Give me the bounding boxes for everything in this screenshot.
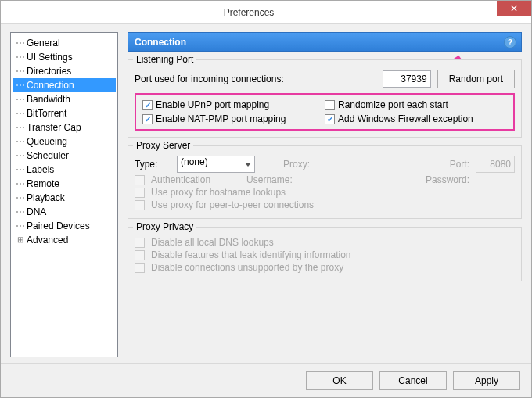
dialog-footer: OK Cancel Apply (1, 363, 531, 397)
tree-item-label: DNA (27, 206, 46, 218)
proxy-type-select[interactable]: (none) (177, 156, 255, 173)
apply-button[interactable]: Apply (453, 371, 520, 390)
dns-label: Disable all local DNS lookups (151, 237, 274, 248)
proxy-p2p-label: Use proxy for peer-to-peer connections (151, 199, 314, 210)
tree-item-label: BitTorrent (27, 107, 66, 120)
help-icon[interactable]: ? (504, 36, 516, 48)
tree-bullet-icon: ⋯ (16, 192, 25, 204)
tree-item-label: Remote (27, 177, 59, 190)
proxy-server-group: Proxy Server Type: (none) Proxy: Port: A… (128, 145, 522, 219)
proxy-type-label: Type: (135, 159, 171, 170)
close-icon: ✕ (510, 3, 518, 14)
listening-port-title: Listening Port (133, 54, 196, 65)
tree-item-directories[interactable]: ⋯Directories (13, 64, 116, 78)
upnp-checkbox-wrap[interactable]: ✔ Enable UPnP port mapping (142, 99, 325, 110)
leak-checkbox (135, 250, 145, 260)
tree-item-label: Directories (27, 65, 71, 77)
tree-item-remote[interactable]: ⋯Remote (13, 177, 116, 191)
proxy-p2p-checkbox (135, 200, 145, 210)
tree-item-bittorrent[interactable]: ⋯BitTorrent (13, 106, 116, 120)
username-label: Username: (246, 174, 293, 185)
randomize-checkbox[interactable] (325, 100, 335, 110)
panel-header: Connection ? (128, 32, 522, 52)
dns-checkbox (135, 238, 145, 248)
tree-item-label: UI Settings (27, 51, 73, 63)
window-title: Preferences (1, 7, 497, 18)
tree-bullet-icon: ⋯ (16, 206, 25, 218)
tree-item-label: Transfer Cap (27, 121, 81, 134)
firewall-checkbox[interactable]: ✔ (325, 114, 335, 124)
tree-item-advanced[interactable]: ⊞Advanced (13, 233, 116, 247)
upnp-label: Enable UPnP port mapping (156, 99, 269, 110)
tree-item-label: Queueing (27, 135, 67, 148)
tree-item-label: Paired Devices (27, 220, 90, 232)
unsupported-checkbox (135, 263, 145, 273)
ok-button[interactable]: OK (306, 371, 373, 390)
tree-item-queueing[interactable]: ⋯Queueing (13, 134, 116, 149)
natpmp-checkbox-wrap[interactable]: ✔ Enable NAT-PMP port mapping (142, 113, 325, 124)
auth-label: Authentication (151, 174, 210, 185)
tree-bullet-icon: ⋯ (16, 121, 25, 134)
firewall-label: Add Windows Firewall exception (338, 113, 473, 124)
tree-item-ui-settings[interactable]: ⋯UI Settings (13, 50, 116, 64)
natpmp-checkbox[interactable]: ✔ (142, 114, 153, 124)
titlebar: Preferences ✕ (1, 1, 531, 24)
tree-bullet-icon: ⋯ (16, 135, 25, 148)
tree-item-label: Labels (27, 163, 54, 176)
leak-label: Disable features that leak identifying i… (151, 249, 350, 260)
highlighted-checkbox-area: ✔ Enable UPnP port mapping Randomize por… (135, 93, 515, 131)
upnp-checkbox[interactable]: ✔ (142, 100, 153, 110)
proxy-hostname-label: Use proxy for hostname lookups (151, 187, 286, 198)
proxy-port-input (476, 156, 515, 173)
port-label: Port used for incoming connections: (135, 74, 284, 84)
tree-bullet-icon: ⋯ (16, 177, 25, 190)
tree-bullet-icon: ⋯ (16, 93, 25, 106)
tree-item-label: Playback (27, 192, 65, 204)
tree-item-bandwidth[interactable]: ⋯Bandwidth (13, 92, 116, 106)
proxy-hostname-checkbox (135, 188, 145, 198)
tree-item-label: Connection (27, 79, 74, 91)
unsupported-label: Disable connections unsupported by the p… (151, 262, 343, 273)
randomize-checkbox-wrap[interactable]: Randomize port each start (325, 99, 507, 110)
proxy-host-label: Proxy: (283, 159, 310, 170)
tree-bullet-icon: ⋯ (16, 220, 25, 232)
tree-item-connection[interactable]: ⋯Connection (13, 78, 116, 92)
tree-bullet-icon: ⋯ (16, 107, 25, 120)
category-tree[interactable]: ⋯General⋯UI Settings⋯Directories⋯Connect… (10, 32, 118, 357)
close-button[interactable]: ✕ (497, 1, 531, 16)
tree-item-playback[interactable]: ⋯Playback (13, 191, 116, 205)
random-port-button[interactable]: Random port (437, 70, 515, 88)
password-label: Password: (426, 174, 469, 185)
proxy-server-title: Proxy Server (133, 140, 193, 151)
tree-item-dna[interactable]: ⋯DNA (13, 205, 116, 219)
natpmp-label: Enable NAT-PMP port mapping (156, 113, 286, 124)
preferences-window: Preferences ✕ ⋯General⋯UI Settings⋯Direc… (0, 0, 532, 398)
auth-checkbox (135, 175, 145, 185)
proxy-privacy-group: Proxy Privacy Disable all local DNS look… (128, 227, 522, 281)
tree-item-transfer-cap[interactable]: ⋯Transfer Cap (13, 120, 116, 134)
firewall-checkbox-wrap[interactable]: ✔ Add Windows Firewall exception (325, 113, 507, 124)
tree-item-paired-devices[interactable]: ⋯Paired Devices (13, 219, 116, 233)
tree-bullet-icon: ⋯ (16, 51, 25, 63)
port-input[interactable] (383, 70, 431, 88)
tree-bullet-icon: ⋯ (16, 149, 25, 162)
panel-title: Connection (135, 37, 186, 48)
expander-icon[interactable]: ⊞ (16, 235, 25, 245)
tree-item-label: Bandwidth (27, 93, 70, 106)
tree-item-label: Advanced (27, 234, 68, 246)
proxy-privacy-title: Proxy Privacy (133, 221, 196, 232)
cancel-button[interactable]: Cancel (379, 371, 447, 390)
tree-bullet-icon: ⋯ (16, 163, 25, 176)
tree-item-label: General (27, 37, 60, 49)
tree-item-scheduler[interactable]: ⋯Scheduler (13, 149, 116, 163)
tree-bullet-icon: ⋯ (16, 65, 25, 77)
proxy-port-label: Port: (450, 159, 469, 170)
tree-item-general[interactable]: ⋯General (13, 36, 116, 50)
tree-item-label: Scheduler (27, 149, 69, 162)
tree-bullet-icon: ⋯ (16, 79, 25, 91)
randomize-label: Randomize port each start (338, 99, 448, 110)
tree-bullet-icon: ⋯ (16, 37, 25, 49)
listening-port-group: Listening Port Port used for incoming co… (128, 59, 522, 138)
tree-item-labels[interactable]: ⋯Labels (13, 163, 116, 177)
